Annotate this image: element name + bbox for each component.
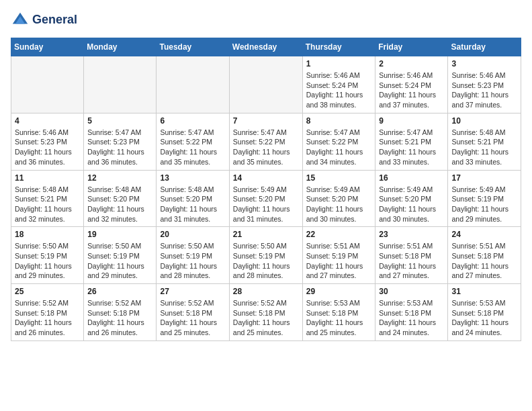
day-info: Sunrise: 5:49 AM Sunset: 5:20 PM Dayligh… — [379, 185, 444, 224]
calendar-cell: 5Sunrise: 5:47 AM Sunset: 5:23 PM Daylig… — [84, 113, 157, 170]
day-info: Sunrise: 5:50 AM Sunset: 5:19 PM Dayligh… — [233, 241, 299, 281]
day-info: Sunrise: 5:48 AM Sunset: 5:20 PM Dayligh… — [87, 185, 152, 224]
day-number: 15 — [306, 173, 372, 183]
day-info: Sunrise: 5:53 AM Sunset: 5:18 PM Dayligh… — [451, 298, 517, 338]
day-number: 31 — [451, 287, 517, 296]
day-info: Sunrise: 5:46 AM Sunset: 5:24 PM Dayligh… — [379, 71, 444, 110]
calendar-cell: 1Sunrise: 5:46 AM Sunset: 5:24 PM Daylig… — [302, 56, 375, 113]
calendar-cell: 23Sunrise: 5:51 AM Sunset: 5:18 PM Dayli… — [375, 227, 448, 284]
calendar-cell — [84, 56, 157, 113]
day-info: Sunrise: 5:46 AM Sunset: 5:24 PM Dayligh… — [306, 71, 372, 110]
calendar-cell: 31Sunrise: 5:53 AM Sunset: 5:18 PM Dayli… — [448, 284, 521, 341]
calendar-cell: 20Sunrise: 5:50 AM Sunset: 5:19 PM Dayli… — [157, 227, 229, 284]
logo: General — [11, 11, 77, 30]
day-number: 28 — [233, 287, 299, 296]
logo-icon — [11, 11, 30, 30]
calendar-cell: 26Sunrise: 5:52 AM Sunset: 5:18 PM Dayli… — [84, 284, 157, 341]
calendar-cell: 4Sunrise: 5:46 AM Sunset: 5:23 PM Daylig… — [11, 113, 84, 170]
day-number: 26 — [87, 287, 152, 296]
calendar-cell: 17Sunrise: 5:49 AM Sunset: 5:19 PM Dayli… — [448, 170, 521, 227]
day-info: Sunrise: 5:51 AM Sunset: 5:19 PM Dayligh… — [306, 241, 372, 281]
calendar-cell: 15Sunrise: 5:49 AM Sunset: 5:20 PM Dayli… — [302, 170, 375, 227]
day-info: Sunrise: 5:47 AM Sunset: 5:22 PM Dayligh… — [160, 128, 225, 167]
calendar-cell: 22Sunrise: 5:51 AM Sunset: 5:19 PM Dayli… — [302, 227, 375, 284]
page-header: General — [11, 11, 521, 30]
day-number: 24 — [451, 230, 517, 239]
weekday-header: Tuesday — [157, 38, 229, 56]
day-number: 2 — [379, 59, 444, 68]
day-info: Sunrise: 5:49 AM Sunset: 5:20 PM Dayligh… — [233, 185, 299, 224]
calendar-cell — [11, 56, 84, 113]
calendar-week-row: 11Sunrise: 5:48 AM Sunset: 5:21 PM Dayli… — [11, 170, 521, 227]
day-number: 16 — [379, 173, 444, 183]
calendar-cell: 8Sunrise: 5:47 AM Sunset: 5:22 PM Daylig… — [302, 113, 375, 170]
day-number: 7 — [233, 116, 299, 126]
day-info: Sunrise: 5:51 AM Sunset: 5:18 PM Dayligh… — [451, 241, 517, 281]
calendar-cell: 29Sunrise: 5:53 AM Sunset: 5:18 PM Dayli… — [302, 284, 375, 341]
calendar-week-row: 25Sunrise: 5:52 AM Sunset: 5:18 PM Dayli… — [11, 284, 521, 341]
calendar-cell: 24Sunrise: 5:51 AM Sunset: 5:18 PM Dayli… — [448, 227, 521, 284]
day-info: Sunrise: 5:52 AM Sunset: 5:18 PM Dayligh… — [87, 298, 152, 338]
calendar-cell: 18Sunrise: 5:50 AM Sunset: 5:19 PM Dayli… — [11, 227, 84, 284]
weekday-header: Sunday — [11, 38, 84, 56]
day-number: 1 — [306, 59, 372, 68]
calendar-week-row: 18Sunrise: 5:50 AM Sunset: 5:19 PM Dayli… — [11, 227, 521, 284]
weekday-header: Saturday — [448, 38, 521, 56]
calendar-cell: 9Sunrise: 5:47 AM Sunset: 5:21 PM Daylig… — [375, 113, 448, 170]
day-info: Sunrise: 5:47 AM Sunset: 5:23 PM Dayligh… — [87, 128, 152, 167]
day-number: 23 — [379, 230, 444, 239]
day-number: 17 — [451, 173, 517, 183]
day-number: 22 — [306, 230, 372, 239]
day-info: Sunrise: 5:53 AM Sunset: 5:18 PM Dayligh… — [306, 298, 372, 338]
calendar-cell: 10Sunrise: 5:48 AM Sunset: 5:21 PM Dayli… — [448, 113, 521, 170]
calendar-cell: 14Sunrise: 5:49 AM Sunset: 5:20 PM Dayli… — [229, 170, 302, 227]
calendar-cell: 13Sunrise: 5:48 AM Sunset: 5:20 PM Dayli… — [157, 170, 229, 227]
day-number: 21 — [233, 230, 299, 239]
day-info: Sunrise: 5:51 AM Sunset: 5:18 PM Dayligh… — [379, 241, 444, 281]
day-number: 25 — [15, 287, 80, 296]
logo-text: General — [32, 13, 77, 27]
calendar-cell: 3Sunrise: 5:46 AM Sunset: 5:23 PM Daylig… — [448, 56, 521, 113]
day-number: 20 — [160, 230, 225, 239]
day-info: Sunrise: 5:48 AM Sunset: 5:21 PM Dayligh… — [15, 185, 80, 224]
day-number: 8 — [306, 116, 372, 126]
day-number: 14 — [233, 173, 299, 183]
weekday-header-row: SundayMondayTuesdayWednesdayThursdayFrid… — [11, 38, 521, 56]
day-number: 4 — [15, 116, 80, 126]
weekday-header: Thursday — [302, 38, 375, 56]
day-info: Sunrise: 5:53 AM Sunset: 5:18 PM Dayligh… — [379, 298, 444, 338]
calendar-cell: 2Sunrise: 5:46 AM Sunset: 5:24 PM Daylig… — [375, 56, 448, 113]
calendar-cell: 28Sunrise: 5:52 AM Sunset: 5:18 PM Dayli… — [229, 284, 302, 341]
day-info: Sunrise: 5:48 AM Sunset: 5:21 PM Dayligh… — [451, 128, 517, 167]
day-info: Sunrise: 5:50 AM Sunset: 5:19 PM Dayligh… — [15, 241, 80, 281]
day-number: 6 — [160, 116, 225, 126]
day-info: Sunrise: 5:52 AM Sunset: 5:18 PM Dayligh… — [233, 298, 299, 338]
day-number: 27 — [160, 287, 225, 296]
weekday-header: Monday — [84, 38, 157, 56]
calendar-cell: 16Sunrise: 5:49 AM Sunset: 5:20 PM Dayli… — [375, 170, 448, 227]
day-number: 30 — [379, 287, 444, 296]
day-info: Sunrise: 5:50 AM Sunset: 5:19 PM Dayligh… — [87, 241, 152, 281]
day-info: Sunrise: 5:49 AM Sunset: 5:19 PM Dayligh… — [451, 185, 517, 224]
calendar-table: SundayMondayTuesdayWednesdayThursdayFrid… — [11, 38, 521, 341]
day-number: 29 — [306, 287, 372, 296]
day-number: 3 — [451, 59, 517, 68]
calendar-cell: 6Sunrise: 5:47 AM Sunset: 5:22 PM Daylig… — [157, 113, 229, 170]
day-number: 5 — [87, 116, 152, 126]
day-number: 11 — [15, 173, 80, 183]
day-info: Sunrise: 5:47 AM Sunset: 5:22 PM Dayligh… — [233, 128, 299, 167]
calendar-cell — [157, 56, 229, 113]
calendar-cell — [229, 56, 302, 113]
calendar-cell: 30Sunrise: 5:53 AM Sunset: 5:18 PM Dayli… — [375, 284, 448, 341]
calendar-cell: 27Sunrise: 5:52 AM Sunset: 5:18 PM Dayli… — [157, 284, 229, 341]
weekday-header: Friday — [375, 38, 448, 56]
day-info: Sunrise: 5:46 AM Sunset: 5:23 PM Dayligh… — [15, 128, 80, 167]
day-number: 10 — [451, 116, 517, 126]
day-info: Sunrise: 5:50 AM Sunset: 5:19 PM Dayligh… — [160, 241, 225, 281]
day-info: Sunrise: 5:52 AM Sunset: 5:18 PM Dayligh… — [160, 298, 225, 338]
day-info: Sunrise: 5:47 AM Sunset: 5:21 PM Dayligh… — [379, 128, 444, 167]
day-number: 12 — [87, 173, 152, 183]
day-info: Sunrise: 5:47 AM Sunset: 5:22 PM Dayligh… — [306, 128, 372, 167]
calendar-cell: 25Sunrise: 5:52 AM Sunset: 5:18 PM Dayli… — [11, 284, 84, 341]
calendar-cell: 7Sunrise: 5:47 AM Sunset: 5:22 PM Daylig… — [229, 113, 302, 170]
